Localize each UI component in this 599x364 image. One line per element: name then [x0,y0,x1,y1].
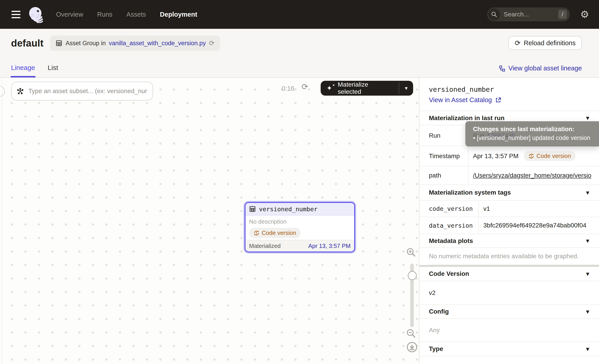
hamburger-menu-icon[interactable] [11,11,20,18]
zoom-out-icon[interactable] [405,328,416,338]
code-version-tag-value: v1 [479,201,599,217]
reload-definitions-label: Reload definitions [524,39,576,47]
search-box[interactable]: / [487,8,570,21]
view-global-asset-lineage-label: View global asset lineage [508,65,582,72]
node-status-label: Materialized [249,243,281,250]
reload-definitions-button[interactable]: ⟳ Reload definitions [508,36,582,50]
asset-subset-input[interactable] [28,87,148,95]
path-label: path [419,166,468,184]
section-separator [419,265,599,267]
table-icon [249,206,256,212]
code-version-tag-label: code_version [419,201,479,217]
section-title: Config [429,308,449,315]
node-status-time-link[interactable]: Apr 13, 3:57 PM [308,243,351,250]
chevron-down-icon[interactable]: ▾ [586,237,589,244]
chevron-down-icon[interactable]: ▾ [586,189,589,196]
tab-lineage[interactable]: Lineage [11,64,35,77]
tab-list[interactable]: List [48,64,58,77]
op-selector-icon [17,87,24,95]
group-refresh-icon[interactable]: ⟳ [209,40,215,47]
path-value-link[interactable]: /Users/sryza/dagster_home/storage/versio [473,172,591,179]
section-code-version[interactable]: Code Version ▾ [419,267,599,281]
asset-node-versioned-number[interactable]: versioned_number No description Code ver… [245,202,355,252]
asset-group-prefix: Asset Group in [65,40,106,47]
lineage-graph-icon [499,65,505,71]
zoom-in-icon[interactable] [405,247,416,258]
chevron-down-icon[interactable]: ▾ [586,114,589,121]
zoom-slider-handle[interactable] [408,271,417,280]
section-title: Materialization in last run [429,114,504,122]
timestamp-row: Timestamp Apr 13, 3:57 PM Code version [419,146,599,166]
section-type[interactable]: Type ▾ [419,342,599,356]
refresh-icon[interactable]: ⟳ [301,83,308,91]
asset-group-badge: Asset Group in vanilla_asset_with_code_v… [50,35,220,51]
section-materialization-system-tags[interactable]: Materialization system tags ▾ [419,185,599,201]
timestamp-label: Timestamp [419,146,468,166]
code-version-badge-label: Code version [262,229,296,236]
nav-item-overview[interactable]: Overview [56,11,83,18]
metadata-plots-empty-note: No numeric metadata entries available to… [429,248,599,265]
top-nav: Overview Runs Assets Deployment / ⚙ [0,0,599,29]
timestamp-value: Apr 13, 3:57 PM [473,153,519,160]
section-title: Type [429,345,443,353]
page-title: default [11,38,44,49]
download-image-icon[interactable] [406,341,418,353]
section-metadata-plots[interactable]: Metadata plots ▾ [419,234,599,248]
view-in-asset-catalog-link[interactable]: View in Asset Catalog [429,96,501,104]
chevron-down-icon[interactable]: ▾ [586,270,589,277]
view-tabs: Lineage List [11,64,58,77]
run-label: Run [419,126,468,146]
lineage-canvas[interactable]: 0:16 ⟳ ✦✦ Materialize selected ▾ version… [0,78,419,364]
view-global-asset-lineage-link[interactable]: View global asset lineage [499,65,582,72]
page-left-edge [2,29,2,364]
changed-icon [254,230,259,236]
data-version-tag-label: data_version [419,217,479,234]
reload-icon: ⟳ [515,40,520,47]
section-config[interactable]: Config ▾ [419,305,599,319]
page-header: default Asset Group in vanilla_asset_wit… [0,29,599,78]
data-version-tag-value: 3bfc269594ef649228e9a74bab00f04 [479,217,599,234]
dagster-logo-icon[interactable] [27,6,44,23]
section-title: Code Version [429,270,469,277]
config-value: Any [419,319,599,342]
collapse-panel-button[interactable] [0,86,5,96]
changes-tooltip: Changes since last materialization: • [v… [465,121,599,147]
path-row: path /Users/sryza/dagster_home/storage/v… [419,166,599,185]
view-in-asset-catalog-label: View in Asset Catalog [429,96,492,104]
nav-item-assets[interactable]: Assets [126,11,146,18]
data-version-tag-row: data_version 3bfc269594ef649228e9a74bab0… [419,217,599,234]
code-version-value: v2 [419,281,599,305]
asset-node-description: No description [249,218,351,225]
sparkle-icon: ✦✦ [326,84,334,92]
chevron-down-icon[interactable]: ▾ [586,346,589,353]
search-shortcut-key: / [558,10,567,19]
section-title: Metadata plots [429,237,473,244]
asset-group-file-link[interactable]: vanilla_asset_with_code_version.py [109,40,206,47]
asset-subset-filter[interactable] [11,82,153,101]
external-link-icon [495,97,501,103]
nav-item-deployment[interactable]: Deployment [160,11,197,18]
code-version-changed-badge[interactable]: Code version [249,228,301,238]
tooltip-item: • [versioned_number] updated code versio… [473,133,594,142]
gear-icon[interactable]: ⚙ [580,9,589,19]
materialize-dropdown-caret[interactable]: ▾ [399,81,413,95]
asset-group-icon [56,40,62,47]
primary-nav: Overview Runs Assets Deployment [56,11,197,18]
tooltip-title: Changes since last materialization: [473,125,594,133]
chevron-down-icon[interactable]: ▾ [586,308,589,315]
changed-icon [528,153,534,159]
nav-item-runs[interactable]: Runs [97,11,113,18]
asset-detail-sidebar: versioned_number View in Asset Catalog M… [419,78,599,364]
search-icon [488,8,500,20]
code-version-tag-row: code_version v1 [419,201,599,217]
timestamp-code-version-badge[interactable]: Code version [524,151,575,161]
search-input[interactable] [503,11,544,18]
section-title: Materialization system tags [429,189,511,196]
asset-node-title: versioned_number [259,206,317,213]
sidebar-asset-title: versioned_number [429,86,494,93]
materialize-selected-button[interactable]: ✦✦ Materialize selected ▾ [321,81,413,95]
refresh-timer: 0:16 [282,85,300,92]
materialize-selected-label: Materialize selected [338,81,393,95]
